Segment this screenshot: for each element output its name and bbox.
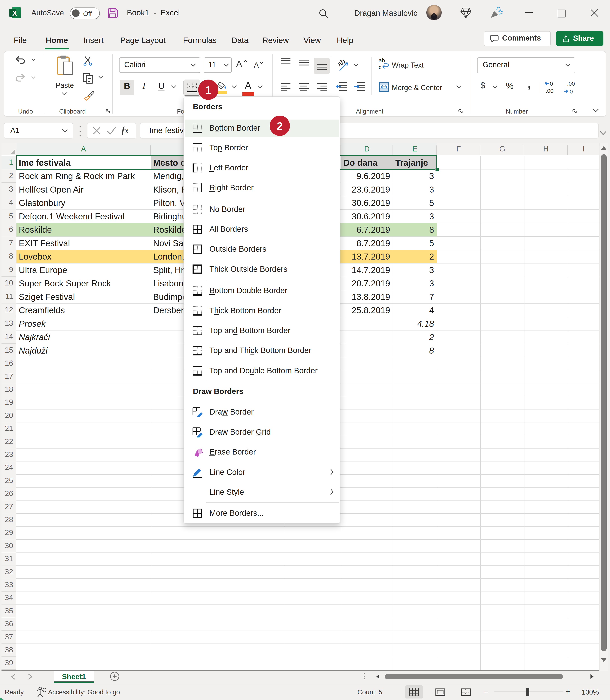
svg-text:.00: .00 [567,80,575,87]
svg-text:c: c [379,64,382,70]
svg-text:ab: ab [336,57,347,68]
svg-text:ab: ab [379,58,385,63]
svg-text:0: 0 [550,80,553,87]
svg-text:0: 0 [569,89,573,95]
svg-text:.00: .00 [546,88,553,94]
svg-text:X: X [12,10,17,17]
